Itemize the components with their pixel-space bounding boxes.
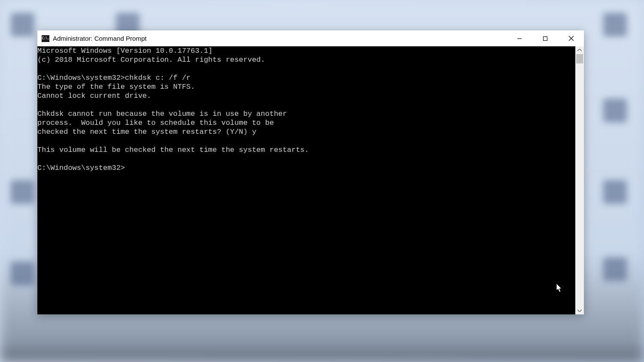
scroll-thumb[interactable] (576, 54, 583, 63)
maximize-button[interactable] (532, 30, 558, 46)
desktop-icon (603, 257, 627, 281)
scrollbar[interactable] (575, 46, 584, 314)
desktop-icon (603, 180, 627, 204)
window-icon: C:\. (42, 35, 49, 42)
chevron-down-icon (577, 309, 582, 312)
scroll-down-button[interactable] (575, 307, 584, 314)
scroll-up-button[interactable] (575, 46, 584, 54)
terminal-content[interactable]: Microsoft Windows [Version 10.0.17763.1]… (37, 46, 575, 314)
window-title: Administrator: Command Prompt (53, 35, 146, 42)
minimize-button[interactable] (507, 30, 532, 46)
terminal-output: Microsoft Windows [Version 10.0.17763.1]… (37, 46, 309, 172)
desktop-icon (603, 99, 627, 122)
command-prompt-window: C:\. Administrator: Command Prompt Micro… (37, 30, 584, 314)
desktop-icon (11, 180, 34, 204)
desktop-icon (11, 262, 34, 285)
svg-rect-1 (544, 36, 547, 40)
desktop-icon (603, 13, 627, 36)
maximize-icon (543, 36, 548, 41)
window-icon-text: C:\. (42, 36, 49, 40)
close-button[interactable] (558, 30, 584, 46)
window-controls (507, 30, 584, 46)
titlebar[interactable]: C:\. Administrator: Command Prompt (37, 30, 584, 46)
terminal-body: Microsoft Windows [Version 10.0.17763.1]… (37, 46, 584, 314)
chevron-up-icon (577, 49, 582, 51)
close-icon (568, 36, 574, 41)
minimize-icon (517, 36, 522, 41)
desktop-icon (11, 13, 34, 36)
scroll-track[interactable] (575, 54, 584, 307)
